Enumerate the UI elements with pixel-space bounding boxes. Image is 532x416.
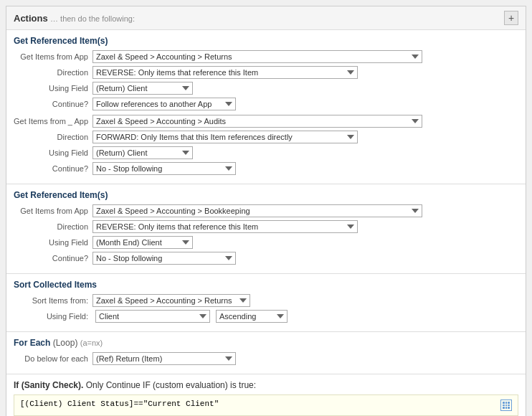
get-items-label-1b: Get Items from _ App: [14, 117, 92, 126]
if-title-rest: Only Continue IF (custom evaluation) is …: [83, 380, 256, 390]
sort-section: Sort Collected Items Sort Items from: Za…: [6, 274, 526, 332]
using-field-row-2: Using Field (Month End) Client: [14, 236, 518, 249]
code-block: [(Client) Client Status]=="Current Clien…: [14, 394, 518, 416]
if-section: If (Sanity Check). Only Continue IF (cus…: [6, 374, 526, 416]
using-field-row-1b: Using Field (Return) Client: [14, 146, 518, 159]
actions-title-text: Actions: [14, 13, 48, 24]
sort-using-select[interactable]: Client: [95, 310, 210, 323]
sort-from-row: Sort Items from: Zaxel & Speed > Account…: [14, 294, 518, 307]
if-title: If (Sanity Check). Only Continue IF (cus…: [14, 380, 518, 390]
using-field-label-1: Using Field: [14, 84, 92, 93]
get-items-select-1b[interactable]: Zaxel & Speed > Accounting > Audits: [92, 115, 422, 128]
actions-header: Actions … then do the following: +: [6, 6, 526, 30]
get-items-select-2[interactable]: Zaxel & Speed > Accounting > Bookkeeping: [92, 204, 422, 217]
get-referenced-section-1: Get Referenced Item(s) Get Items from Ap…: [6, 30, 526, 184]
using-field-select-1[interactable]: (Return) Client: [92, 82, 193, 95]
continue-select-1b[interactable]: No - Stop following: [92, 162, 236, 175]
actions-title: Actions … then do the following:: [14, 13, 135, 24]
continue-row-1b: Continue? No - Stop following: [14, 162, 518, 175]
direction-row-1b: Direction FORWARD: Only Items that this …: [14, 131, 518, 143]
get-items-row-1b: Get Items from _ App Zaxel & Speed > Acc…: [14, 115, 518, 128]
for-each-sub: (a=nx): [80, 339, 103, 347]
get-referenced-section-2: Get Referenced Item(s) Get Items from Ap…: [6, 184, 526, 274]
for-each-section: For Each (Loop) (a=nx) Do below for each…: [6, 332, 526, 374]
continue-label-1: Continue?: [14, 100, 92, 108]
for-each-tag: (Loop): [53, 338, 78, 348]
continue-row-2: Continue? No - Stop following: [14, 252, 518, 265]
continue-row-1: Continue? Follow references to another A…: [14, 98, 518, 110]
using-field-label-1b: Using Field: [14, 148, 92, 157]
get-items-label-1: Get Items from App: [14, 52, 92, 61]
get-items-row-2: Get Items from App Zaxel & Speed > Accou…: [14, 204, 518, 217]
sort-from-select[interactable]: Zaxel & Speed > Accounting > Returns: [92, 294, 250, 307]
for-each-title-text: For Each: [14, 338, 50, 348]
get-items-row-1: Get Items from App Zaxel & Speed > Accou…: [14, 50, 518, 63]
using-field-row-1: Using Field (Return) Client: [14, 82, 518, 95]
code-text: [(Client) Client Status]=="Current Clien…: [20, 400, 219, 408]
for-each-title: For Each (Loop) (a=nx): [14, 338, 518, 348]
continue-select-1[interactable]: Follow references to another App: [92, 98, 236, 110]
if-title-bold: If (Sanity Check).: [14, 380, 83, 390]
continue-select-2[interactable]: No - Stop following: [92, 252, 236, 265]
direction-row-2: Direction REVERSE: Only items that refer…: [14, 220, 518, 233]
sort-title: Sort Collected Items: [14, 280, 518, 290]
get-items-select-1[interactable]: Zaxel & Speed > Accounting > Returns: [92, 50, 422, 63]
direction-label-1b: Direction: [14, 133, 92, 141]
sort-direction-select[interactable]: Ascending Descending: [216, 310, 288, 323]
section1-title: Get Referenced Item(s): [14, 36, 518, 46]
continue-label-2: Continue?: [14, 254, 92, 263]
do-below-row: Do below for each (Ref) Return (Item): [14, 352, 518, 365]
direction-label-2: Direction: [14, 222, 92, 231]
continue-label-1b: Continue?: [14, 164, 92, 173]
actions-subtitle-text: … then do the following:: [50, 14, 135, 23]
get-items-label-2: Get Items from App: [14, 207, 92, 215]
add-action-button[interactable]: +: [504, 11, 518, 25]
grid-icon[interactable]: [500, 400, 512, 411]
sort-using-label: Using Field:: [14, 312, 92, 321]
sort-from-label: Sort Items from:: [14, 296, 92, 305]
using-field-select-2[interactable]: (Month End) Client: [92, 236, 193, 249]
using-field-select-1b[interactable]: (Return) Client: [92, 146, 193, 159]
section2-title: Get Referenced Item(s): [14, 190, 518, 200]
direction-select-2[interactable]: REVERSE: Only items that reference this …: [92, 220, 358, 233]
direction-label-1: Direction: [14, 68, 92, 77]
direction-row-1: Direction REVERSE: Only items that refer…: [14, 66, 518, 79]
using-field-label-2: Using Field: [14, 238, 92, 247]
direction-select-1b[interactable]: FORWARD: Only Items that this Item refer…: [92, 131, 358, 143]
do-below-select[interactable]: (Ref) Return (Item): [92, 352, 236, 365]
sort-using-row: Using Field: Client Ascending Descending: [14, 310, 518, 323]
direction-select-1[interactable]: REVERSE: Only items that reference this …: [92, 66, 358, 79]
actions-container: Actions … then do the following: + Get R…: [6, 6, 526, 416]
do-below-label: Do below for each: [14, 354, 92, 363]
